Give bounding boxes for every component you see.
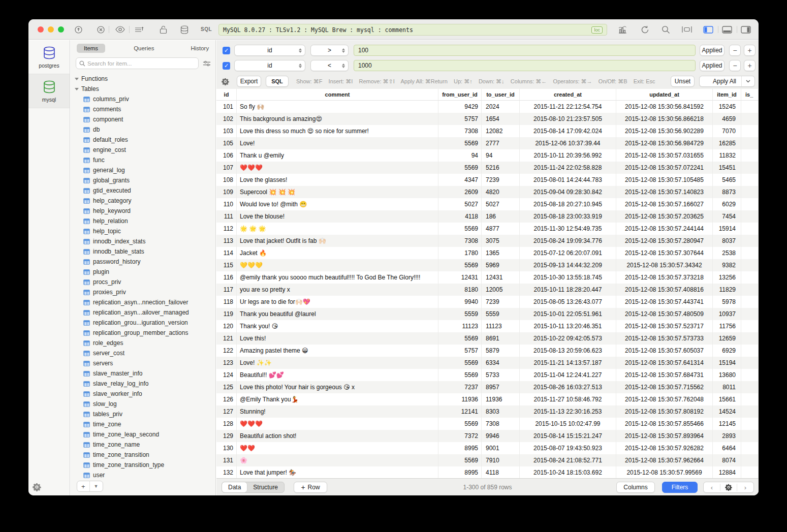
sidebar-table-item[interactable]: role_edges: [71, 338, 215, 348]
sidebar-table-item[interactable]: replication_group_member_actions: [71, 328, 215, 338]
table-row[interactable]: 105Love!556927772015-12-06 10:37:39.4420…: [216, 137, 759, 149]
table-row[interactable]: 126@Emily Thank you💃11936119362015-11-27…: [216, 393, 759, 405]
table-row[interactable]: 124Beautiful!! 💕💕556957332015-11-04 12:2…: [216, 369, 759, 381]
filter-applied-button[interactable]: Applied: [700, 60, 725, 71]
apply-all-button[interactable]: Apply All: [699, 76, 755, 87]
table-row[interactable]: 111Love the blouse!41181862015-08-18 23:…: [216, 210, 759, 223]
sidebar-table-item[interactable]: slow_log: [71, 399, 215, 409]
column-header[interactable]: to_user_id: [482, 89, 520, 100]
filter-operator-select[interactable]: <: [310, 60, 349, 71]
tab-history[interactable]: History: [183, 44, 216, 53]
tab-items[interactable]: Items: [77, 44, 105, 53]
filter-checkbox[interactable]: ✓: [223, 62, 230, 70]
stats-chart-icon[interactable]: [617, 24, 628, 35]
sidebar-table-item[interactable]: innodb_index_stats: [71, 236, 215, 246]
sidebar-table-item[interactable]: servers: [71, 358, 215, 368]
sidebar-table-item[interactable]: time_zone_transition_type: [71, 460, 215, 470]
remove-filter-button[interactable]: −: [729, 45, 741, 56]
table-row[interactable]: 118Ur legs are to die for🙌🏻💖994072392015…: [216, 296, 759, 308]
column-header[interactable]: comment: [237, 89, 438, 100]
preview-eye-icon[interactable]: [114, 24, 125, 35]
column-header[interactable]: updated_at: [616, 89, 713, 100]
search-input[interactable]: Search for item...: [76, 57, 199, 69]
sidebar-table-item[interactable]: func: [71, 155, 215, 165]
log-list-icon[interactable]: [134, 24, 145, 35]
table-row[interactable]: 125Love this photo! Your hair is gorgeou…: [216, 381, 759, 393]
sidebar-table-item[interactable]: help_category: [71, 196, 215, 206]
disconnect-icon[interactable]: [95, 24, 106, 35]
tab-data[interactable]: Data: [222, 482, 247, 492]
sidebar-table-item[interactable]: plugin: [71, 267, 215, 277]
filter-value-input[interactable]: 1000: [354, 60, 696, 71]
table-row[interactable]: 131🌸556979102015-08-24 21:08:52.7712015-…: [216, 454, 759, 466]
connection-mysql[interactable]: mysql: [28, 74, 70, 108]
sidebar-table-item[interactable]: global_grants: [71, 175, 215, 185]
connection-postgres[interactable]: postgres: [28, 40, 70, 74]
sidebar-table-item[interactable]: time_zone_name: [71, 440, 215, 450]
table-row[interactable]: 102This background is amazing😍5757165420…: [216, 113, 759, 125]
column-header[interactable]: created_at: [520, 89, 616, 100]
column-header[interactable]: item_id: [713, 89, 741, 100]
table-row[interactable]: 132Love that jumper! 🏇899541182015-10-24…: [216, 466, 759, 478]
filter-options-icon[interactable]: [203, 60, 211, 67]
filter-value-input[interactable]: 100: [354, 45, 696, 56]
sidebar-table-item[interactable]: general_log: [71, 165, 215, 175]
add-item-button[interactable]: + ▼: [77, 481, 103, 492]
sidebar-table-item[interactable]: procs_priv: [71, 277, 215, 287]
sql-button[interactable]: SQL: [266, 76, 289, 87]
columns-button[interactable]: Columns: [616, 482, 655, 493]
add-filter-button[interactable]: +: [744, 45, 755, 56]
table-row[interactable]: 127Stunning!1214183032015-11-13 22:30:16…: [216, 405, 759, 418]
chevron-down-icon[interactable]: [741, 76, 754, 86]
table-row[interactable]: 128❤️❤️❤️556973082015-10-15 10:02:47.992…: [216, 418, 759, 430]
table-row[interactable]: 123Love! ✨✨556963342015-11-21 14:13:57.1…: [216, 357, 759, 369]
filter-applied-button[interactable]: Applied: [700, 45, 725, 56]
zoom-window-button[interactable]: [58, 26, 64, 33]
chevron-down-icon[interactable]: ▼: [89, 481, 103, 491]
filter-settings-gear-icon[interactable]: [222, 78, 229, 85]
settings-gear-icon[interactable]: [33, 483, 41, 491]
tab-queries[interactable]: Queries: [127, 44, 161, 53]
table-row[interactable]: 122Amazing pastel theme 😁575758792015-08…: [216, 345, 759, 357]
section-functions[interactable]: Functions: [71, 74, 215, 84]
sidebar-table-item[interactable]: engine_cost: [71, 145, 215, 155]
unset-button[interactable]: Unset: [671, 76, 695, 87]
sidebar-table-item[interactable]: component: [71, 114, 215, 124]
sidebar-table-item[interactable]: help_relation: [71, 216, 215, 226]
table-row[interactable]: 112🌟 🌟 🌟556948772015-11-30 12:54:49.7352…: [216, 223, 759, 235]
table-row[interactable]: 107❤️❤️❤️556952162015-11-24 22:02:58.828…: [216, 162, 759, 174]
database-icon[interactable]: [179, 24, 190, 35]
table-row[interactable]: 108Love the glasses!434772392015-08-01 1…: [216, 174, 759, 186]
table-row[interactable]: 109Supercool 💥 💥 💥260948202015-09-04 09:…: [216, 186, 759, 198]
toggle-bottom-panel-icon[interactable]: [721, 24, 733, 35]
table-row[interactable]: 129Beautiful action shot!737299462015-08…: [216, 430, 759, 442]
page-settings-gear-icon[interactable]: [720, 484, 737, 491]
sidebar-table-item[interactable]: comments: [71, 104, 215, 114]
sql-toolbar-icon[interactable]: SQL: [201, 26, 212, 32]
table-row[interactable]: 117you are so pretty x8180120052015-10-1…: [216, 284, 759, 296]
sidebar-table-item[interactable]: slave_relay_log_info: [71, 379, 215, 389]
sidebar-table-item[interactable]: innodb_table_stats: [71, 246, 215, 257]
lock-icon[interactable]: [158, 24, 169, 35]
add-row-button[interactable]: + Row: [294, 482, 327, 493]
column-header[interactable]: is_: [741, 89, 759, 100]
sidebar-table-item[interactable]: gtid_executed: [71, 185, 215, 196]
table-row[interactable]: 106Thank u @emily94942015-10-11 20:39:56…: [216, 149, 759, 162]
table-row[interactable]: 115💛💛💛556959692015-09-13 14:44:32.209201…: [216, 259, 759, 271]
table-row[interactable]: 101So fly 🙌🏼942920242015-11-21 22:12:54.…: [216, 101, 759, 113]
table-row[interactable]: 121Love this!556986912015-10-22 09:42:05…: [216, 332, 759, 345]
sidebar-table-item[interactable]: replication_asyn...nnection_failover: [71, 297, 215, 307]
refresh-icon[interactable]: [639, 24, 650, 35]
remove-filter-button[interactable]: −: [729, 60, 741, 71]
plus-icon[interactable]: +: [77, 481, 89, 491]
filters-button[interactable]: Filters: [662, 482, 698, 493]
add-filter-button[interactable]: +: [744, 60, 755, 71]
column-header[interactable]: id: [216, 89, 237, 100]
sidebar-table-item[interactable]: help_keyword: [71, 206, 215, 216]
section-tables[interactable]: Tables: [71, 84, 215, 94]
filter-column-select[interactable]: id: [234, 60, 305, 71]
sidebar-table-item[interactable]: password_history: [71, 257, 215, 267]
filter-column-select[interactable]: id: [234, 45, 305, 56]
sidebar-table-item[interactable]: replication_asyn...ailover_managed: [71, 307, 215, 318]
close-window-button[interactable]: [38, 26, 44, 33]
